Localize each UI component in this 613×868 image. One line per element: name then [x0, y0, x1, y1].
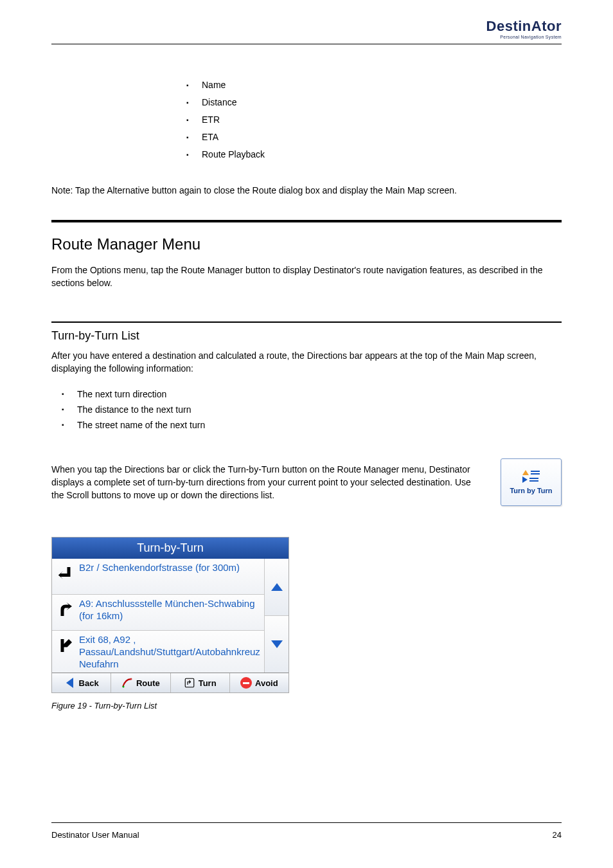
section-rule [51, 220, 562, 222]
brand-logo: DestinAtor Personal Navigation System [486, 18, 562, 39]
turn-left-icon [56, 564, 75, 583]
arrow-right-icon [522, 476, 528, 483]
list-item: The next turn direction [62, 386, 562, 402]
feature-list: Name Distance ETR ETA Route Playback [186, 77, 562, 163]
back-label: Back [79, 678, 99, 688]
page-footer: Destinator User Manual 24 [51, 830, 562, 840]
lines-icon [529, 478, 538, 482]
section-intro: From the Options menu, tap the Route Man… [51, 264, 562, 289]
lines-icon [531, 471, 540, 475]
footer-rule [51, 822, 562, 823]
direction-item[interactable]: Exit 68, A92 , Passau/Landshut/Stuttgart… [52, 631, 264, 673]
turn-icon [184, 677, 195, 689]
avoid-label: Avoid [255, 678, 278, 688]
list-item: The distance to the next turn [62, 402, 562, 417]
route-label: Route [136, 678, 160, 688]
list-item: Route Playback [186, 146, 562, 163]
turn-by-turn-description: When you tap the Directions bar or click… [51, 463, 481, 502]
direction-item[interactable]: A9: Anschlussstelle München-Schwabing (f… [52, 595, 264, 631]
subsection-title: Turn-by-Turn List [51, 329, 562, 343]
exit-icon [56, 636, 75, 655]
back-button[interactable]: Back [52, 673, 111, 692]
screenshot-title: Turn-by-Turn [52, 538, 289, 559]
chevron-down-icon [271, 640, 283, 648]
back-icon [64, 677, 76, 689]
figure-caption: Figure 19 - Turn-by-Turn List [51, 701, 562, 710]
turn-label: Turn [199, 678, 217, 688]
chevron-up-icon [271, 583, 283, 591]
svg-point-1 [130, 678, 132, 680]
direction-text: A9: Anschlussstelle München-Schwabing (f… [79, 597, 260, 622]
list-item: Name [186, 77, 562, 94]
list-item: ETA [186, 129, 562, 146]
subsection-rule [51, 321, 562, 323]
direction-item[interactable]: B2r / Schenkendorfstrasse (for 300m) [52, 559, 264, 595]
turn-by-turn-button[interactable]: Turn by Turn [501, 458, 562, 506]
route-button[interactable]: Route [111, 673, 170, 692]
logo-text: DestinAtor [486, 18, 562, 35]
scroll-down-button[interactable] [265, 616, 289, 673]
turn-by-turn-screenshot: Turn-by-Turn B2r / Schenkendorfstrasse (… [51, 537, 289, 693]
footer-page-number: 24 [553, 830, 562, 840]
direction-text: B2r / Schenkendorfstrasse (for 300m) [79, 561, 240, 574]
avoid-button[interactable]: Avoid [230, 673, 289, 692]
avoid-icon [240, 677, 252, 689]
direction-text: Exit 68, A92 , Passau/Landshut/Stuttgart… [79, 633, 260, 670]
arrow-up-icon [522, 470, 529, 475]
turn-by-turn-icon [522, 470, 540, 483]
turn-button[interactable]: Turn [171, 673, 230, 692]
logo-subtext: Personal Navigation System [486, 35, 562, 39]
subsection-intro: After you have entered a destination and… [51, 349, 562, 375]
section-title: Route Manager Menu [51, 235, 562, 253]
list-item: The street name of the next turn [62, 417, 562, 433]
merge-icon [56, 600, 75, 619]
scroll-up-button[interactable] [265, 559, 289, 616]
list-item: ETR [186, 111, 562, 129]
directions-info-list: The next turn direction The distance to … [62, 386, 562, 433]
note-text: Note: Tap the Alternative button again t… [51, 184, 562, 197]
route-icon [121, 677, 133, 689]
list-item: Distance [186, 94, 562, 111]
footer-left: Destinator User Manual [51, 830, 139, 840]
svg-point-0 [122, 686, 124, 688]
header-rule [51, 44, 562, 44]
turn-by-turn-label: Turn by Turn [510, 487, 552, 494]
